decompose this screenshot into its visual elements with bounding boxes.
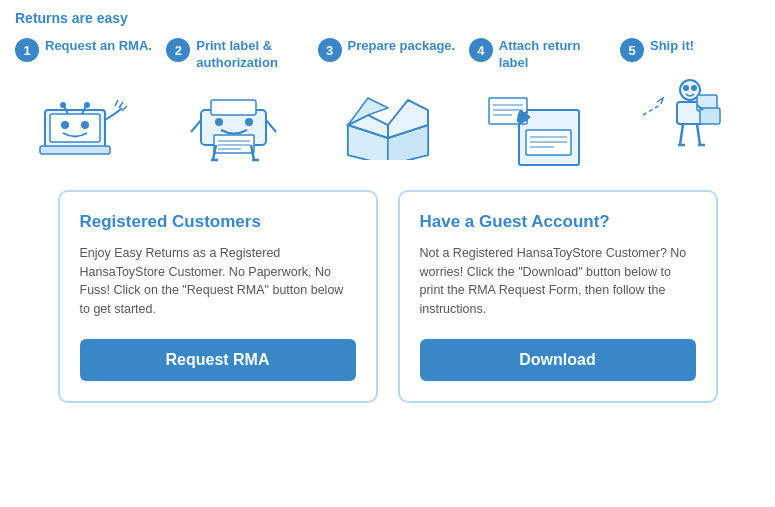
svg-line-42 — [697, 124, 700, 145]
guest-account-title: Have a Guest Account? — [420, 212, 696, 232]
step-4-label: Attach return label — [499, 38, 609, 72]
svg-rect-40 — [700, 108, 720, 124]
svg-point-18 — [216, 119, 222, 125]
svg-point-6 — [61, 103, 65, 107]
svg-rect-1 — [50, 114, 100, 142]
step-4-number: 4 — [469, 38, 493, 62]
svg-line-10 — [119, 102, 123, 108]
step-4: 4 Attach return label — [469, 38, 609, 170]
svg-point-3 — [62, 122, 68, 128]
step-2: 2 Print label & authorization — [166, 38, 306, 170]
step-5-number: 5 — [620, 38, 644, 62]
step-5: 5 Ship it! — [620, 38, 760, 160]
step-1-number: 1 — [15, 38, 39, 62]
step-1-label: Request an RMA. — [45, 38, 152, 55]
registered-customers-title: Registered Customers — [80, 212, 356, 232]
step-2-image — [181, 80, 291, 170]
step-3-image — [333, 70, 443, 160]
step-1: 1 Request an RMA. — [15, 38, 155, 160]
svg-rect-2 — [40, 146, 110, 154]
guest-account-card: Have a Guest Account? Not a Registered H… — [398, 190, 718, 403]
step-3-label: Prepare package. — [348, 38, 456, 55]
guest-account-text: Not a Registered HansaToyStore Customer?… — [420, 244, 696, 319]
step-2-number: 2 — [166, 38, 190, 62]
step-2-label: Print label & authorization — [196, 38, 306, 72]
svg-line-9 — [115, 100, 118, 106]
step-4-image — [484, 80, 594, 170]
svg-line-24 — [191, 120, 201, 132]
svg-point-19 — [246, 119, 252, 125]
svg-line-11 — [122, 106, 127, 111]
step-3: 3 Prepare package. — [318, 38, 458, 160]
cards-row: Registered Customers Enjoy Easy Returns … — [15, 190, 760, 403]
step-3-number: 3 — [318, 38, 342, 62]
svg-rect-13 — [211, 100, 256, 115]
step-5-image — [635, 70, 745, 160]
request-rma-button[interactable]: Request RMA — [80, 339, 356, 381]
registered-customers-text: Enjoy Easy Returns as a Registered Hansa… — [80, 244, 356, 319]
svg-line-25 — [266, 120, 276, 132]
svg-line-41 — [680, 124, 683, 145]
step-1-image — [30, 70, 140, 160]
svg-point-8 — [85, 103, 89, 107]
step-5-label: Ship it! — [650, 38, 694, 55]
download-button[interactable]: Download — [420, 339, 696, 381]
svg-point-36 — [684, 86, 688, 90]
svg-point-37 — [692, 86, 696, 90]
svg-point-4 — [82, 122, 88, 128]
svg-rect-14 — [214, 135, 254, 153]
steps-row: 1 Request an RMA. — [15, 38, 760, 170]
svg-rect-31 — [489, 98, 527, 124]
page-title: Returns are easy — [15, 10, 760, 26]
registered-customers-card: Registered Customers Enjoy Easy Returns … — [58, 190, 378, 403]
